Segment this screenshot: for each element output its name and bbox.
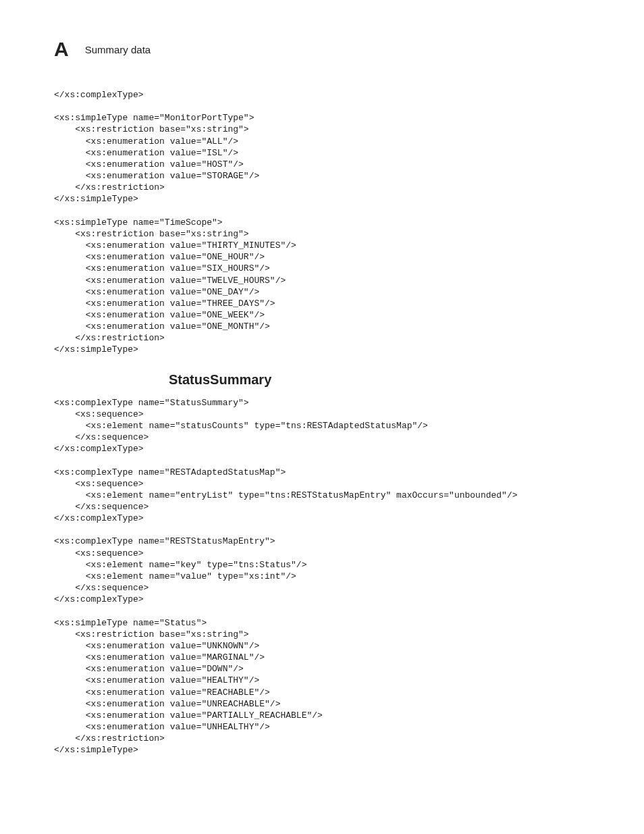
appendix-header: A Summary data (54, 39, 590, 59)
section-heading-statussummary: StatusSummary (169, 372, 590, 388)
code-block-1: </xs:complexType> <xs:simpleType name="M… (54, 89, 590, 356)
appendix-letter: A (54, 39, 69, 59)
appendix-title: Summary data (85, 44, 151, 55)
code-block-2: <xs:complexType name="StatusSummary"> <x… (54, 397, 590, 756)
page: A Summary data </xs:complexType> <xs:sim… (0, 0, 644, 815)
